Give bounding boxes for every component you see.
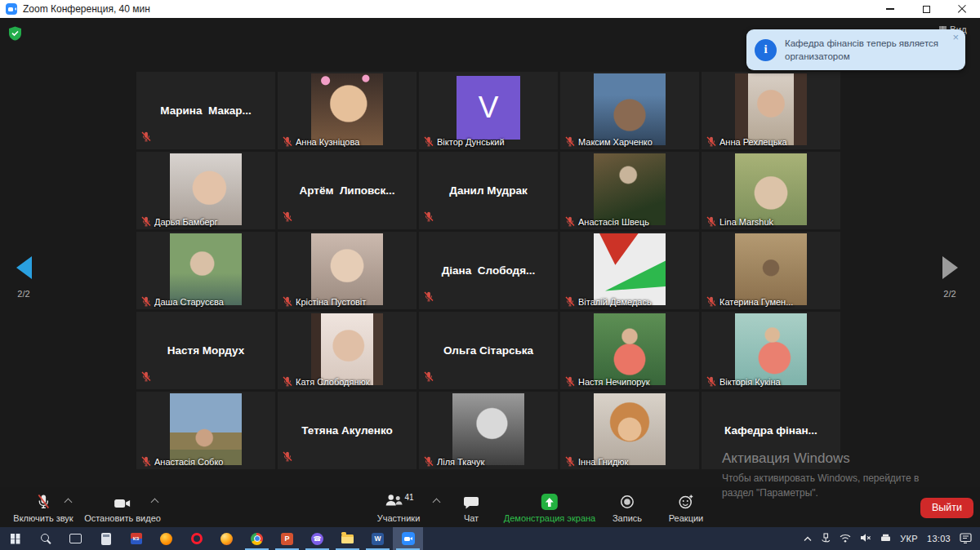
participant-name: Вікторія Кукіна	[719, 377, 781, 387]
participant-tile[interactable]: Анастасія Собко	[136, 392, 275, 469]
reactions-label: Реакции	[669, 513, 704, 523]
participant-tile[interactable]: Діана Слободя...	[419, 232, 558, 309]
participant-name: Артём Липовск...	[278, 152, 416, 229]
participants-options-chevron-icon[interactable]	[433, 499, 441, 507]
taskbar-app-file-explorer[interactable]	[332, 527, 363, 550]
maximize-icon	[923, 6, 930, 13]
muted-mic-icon	[283, 376, 292, 387]
participant-name: Даша Старусєва	[154, 297, 224, 307]
device-icon[interactable]	[880, 534, 891, 544]
participant-tile[interactable]: Марина Макар...	[136, 72, 275, 149]
taskbar-app-zoom[interactable]	[393, 527, 423, 550]
participant-tile[interactable]: VВіктор Дунський	[419, 72, 558, 149]
maximize-button[interactable]	[908, 0, 944, 18]
taskbar-app-kz-app[interactable]	[121, 527, 151, 550]
chrome-icon	[251, 533, 263, 545]
participant-tile[interactable]: Настя Нечипорук	[560, 312, 699, 389]
page-indicator: 2/2	[936, 289, 964, 299]
participant-tile[interactable]: Тетяна Акуленко	[278, 392, 416, 469]
share-screen-button[interactable]: Демонстрация экрана	[504, 494, 595, 523]
participant-tile[interactable]: Настя Мордух	[136, 312, 275, 389]
task-view-icon	[69, 534, 82, 543]
participant-tile[interactable]: Дарья Бамберг	[136, 152, 275, 229]
taskbar-app-start[interactable]	[0, 527, 30, 550]
participant-tile[interactable]: Даша Старусєва	[136, 232, 275, 309]
powerpoint-icon	[281, 533, 293, 545]
participant-tile[interactable]: Анна Кузніцова	[278, 72, 416, 149]
participant-photo	[311, 233, 383, 305]
participant-tile[interactable]: Інна Гнидюк	[560, 392, 699, 469]
participant-tile[interactable]: Данил Мудрак	[419, 152, 558, 229]
taskbar-app-word[interactable]	[363, 527, 393, 550]
meeting-area: Вид Кафедра фінансів теперь является орг…	[0, 18, 980, 527]
minimize-button[interactable]	[872, 0, 908, 18]
participant-tile[interactable]: Кафедра фінан...	[702, 392, 840, 469]
participant-tile[interactable]: Ліля Ткачук	[419, 392, 558, 469]
unmute-label: Включить звук	[13, 513, 73, 523]
muted-mic-icon	[424, 371, 434, 382]
reactions-smiley-icon	[678, 494, 694, 510]
record-button[interactable]: Запись	[612, 494, 642, 523]
participant-name: Катерина Гумен...	[719, 297, 793, 307]
previous-page-arrow-icon[interactable]	[16, 256, 32, 279]
participant-tile[interactable]: Артём Липовск...	[278, 152, 416, 229]
stop-video-label: Остановить видео	[84, 513, 161, 523]
taskbar-app-task-view[interactable]	[60, 527, 91, 550]
unmute-button[interactable]: Включить звук	[13, 494, 73, 523]
wifi-icon[interactable]	[840, 534, 851, 544]
participant-tile[interactable]: Віталій Демедась	[560, 232, 699, 309]
participant-tile[interactable]: Катя Слободянюк	[278, 312, 416, 389]
participant-photo	[594, 313, 666, 385]
muted-mic-icon	[141, 216, 151, 227]
muted-mic-icon	[424, 456, 434, 467]
taskbar-app-avast[interactable]	[151, 527, 181, 550]
next-page-arrow-icon[interactable]	[942, 256, 958, 279]
leave-meeting-button[interactable]: Выйти	[920, 498, 973, 518]
clock[interactable]: 13:03	[927, 534, 951, 543]
encryption-shield-icon[interactable]	[8, 26, 22, 44]
participant-tile[interactable]: Анна Рехлецька	[702, 72, 840, 149]
taskbar-app-viber[interactable]	[302, 527, 332, 550]
action-center-icon[interactable]	[960, 533, 972, 545]
volume-muted-icon[interactable]	[860, 533, 871, 544]
participant-tile[interactable]: Катерина Гумен...	[702, 232, 840, 309]
muted-mic-icon	[565, 456, 575, 467]
taskbar-app-powerpoint[interactable]	[272, 527, 302, 550]
firefox-icon	[220, 533, 233, 545]
muted-mic-icon	[565, 136, 575, 147]
participant-tile[interactable]: Максим Харченко	[560, 72, 699, 149]
word-icon	[372, 533, 384, 545]
notification-close-icon[interactable]: ×	[952, 31, 959, 43]
participant-name: Катя Слободянюк	[296, 377, 370, 387]
close-button[interactable]	[944, 0, 980, 18]
taskbar-app-search[interactable]	[30, 527, 60, 550]
taskbar-app-calculator[interactable]	[91, 527, 121, 550]
calculator-icon	[101, 533, 111, 545]
chat-bubble-icon	[463, 495, 479, 510]
taskbar-app-opera[interactable]	[181, 527, 212, 550]
opera-icon	[191, 533, 203, 544]
record-icon	[619, 494, 635, 510]
participant-name: Анастасія Швець	[578, 217, 649, 227]
participant-tile[interactable]: Вікторія Кукіна	[702, 312, 840, 389]
muted-mic-icon	[424, 211, 434, 222]
taskbar-app-firefox[interactable]	[212, 527, 242, 550]
language-indicator[interactable]: УКР	[900, 534, 918, 543]
participant-photo	[170, 393, 242, 465]
info-icon	[755, 39, 777, 61]
muted-mic-icon	[283, 136, 292, 147]
participant-tile[interactable]: Анастасія Швець	[560, 152, 699, 229]
participant-tile[interactable]: Крістіна Пустовіт	[278, 232, 416, 309]
reactions-button[interactable]: Реакции	[669, 494, 704, 523]
participant-photo	[735, 313, 807, 385]
stop-video-button[interactable]: Остановить видео	[84, 497, 161, 523]
chat-button[interactable]: Чат	[463, 495, 479, 523]
muted-mic-icon	[565, 376, 575, 387]
participants-button[interactable]: 41 Участники	[377, 493, 421, 523]
usb-device-icon[interactable]	[821, 533, 831, 545]
muted-mic-icon	[706, 376, 716, 387]
taskbar-app-chrome[interactable]	[242, 527, 272, 550]
participant-tile[interactable]: Lina Marshuk	[702, 152, 840, 229]
hidden-icons-chevron[interactable]	[804, 534, 812, 543]
participant-tile[interactable]: Ольга Сітарська	[419, 312, 558, 389]
